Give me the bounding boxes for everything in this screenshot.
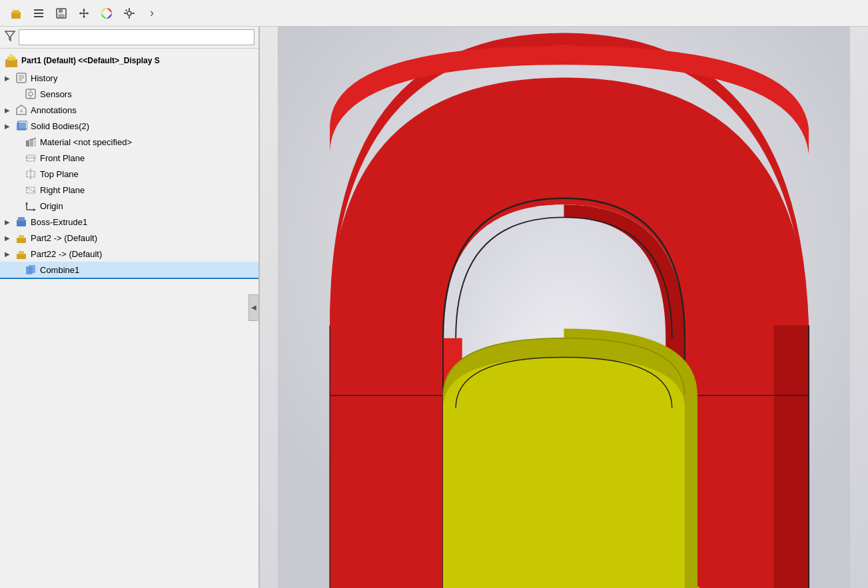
more-button[interactable]: › (141, 3, 163, 23)
svg-rect-37 (26, 141, 29, 147)
sensors-icon (25, 88, 37, 100)
boss-extrude-icon (15, 216, 27, 228)
tree-item-part2[interactable]: ▶ Part2 -> (Default) (0, 230, 258, 246)
front-plane-label: Front Plane (40, 153, 85, 163)
material-icon (25, 136, 37, 148)
move-icon (78, 7, 90, 19)
part-icon-button[interactable] (5, 3, 27, 23)
svg-rect-17 (129, 16, 130, 19)
tree-item-solid-bodies[interactable]: ▶ Solid Bodies(2) (0, 118, 258, 134)
tree-item-origin[interactable]: ▶ Origin (0, 198, 258, 214)
tree-item-material[interactable]: ▶ Material <not specified> (0, 134, 258, 150)
svg-rect-38 (30, 139, 33, 147)
svg-rect-39 (34, 138, 36, 147)
material-label: Material <not specified> (40, 137, 132, 147)
save-icon (55, 7, 67, 19)
svg-rect-18 (124, 13, 127, 14)
svg-text:A: A (20, 109, 23, 113)
svg-marker-13 (87, 12, 89, 15)
left-panel: Part1 (Default) <<Default>_Display S ▶ H… (0, 27, 260, 588)
svg-rect-56 (19, 251, 24, 254)
svg-marker-50 (33, 208, 36, 211)
list-icon (33, 7, 45, 19)
part-icon (9, 7, 23, 20)
solid-bodies-icon (15, 120, 27, 132)
right-plane-icon (25, 184, 37, 196)
part2-icon (15, 232, 27, 244)
filter-bar (0, 27, 258, 49)
3d-viewport[interactable] (260, 27, 868, 588)
color-icon (100, 7, 113, 20)
tree-root[interactable]: Part1 (Default) <<Default>_Display S (0, 51, 258, 70)
origin-label: Origin (40, 201, 63, 211)
panel-collapse-button[interactable]: ◀ (248, 294, 259, 321)
top-plane-icon (25, 168, 37, 180)
origin-icon (25, 200, 37, 212)
svg-rect-6 (59, 9, 63, 13)
svg-rect-16 (129, 8, 130, 11)
tree-item-part22[interactable]: ▶ Part22 -> (Default) (0, 246, 258, 262)
svg-rect-19 (132, 13, 135, 14)
svg-rect-41 (27, 155, 35, 161)
svg-marker-21 (5, 31, 15, 41)
filter-icon (4, 30, 16, 45)
top-plane-label: Top Plane (40, 169, 79, 179)
feature-tree: Part1 (Default) <<Default>_Display S ▶ H… (0, 49, 258, 588)
svg-rect-52 (18, 217, 25, 221)
svg-rect-2 (34, 9, 43, 11)
save-button[interactable] (51, 3, 72, 23)
color-button[interactable] (96, 3, 117, 23)
svg-rect-45 (27, 187, 35, 193)
expand-part2-arrow: ▶ (3, 233, 12, 242)
move-button[interactable] (73, 3, 95, 23)
svg-marker-11 (83, 16, 85, 18)
tree-item-boss-extrude1[interactable]: ▶ Boss-Extrude1 (0, 214, 258, 230)
root-label: Part1 (Default) <<Default>_Display S (21, 56, 160, 65)
svg-rect-1 (13, 10, 19, 13)
expand-boss-arrow: ▶ (3, 217, 12, 226)
config-button[interactable] (119, 3, 140, 23)
more-icon: › (150, 6, 154, 20)
config-icon (123, 7, 136, 20)
expand-part22-arrow: ▶ (3, 249, 12, 258)
history-icon (15, 72, 27, 84)
combine1-icon (25, 264, 37, 276)
collapse-arrow-icon: ◀ (251, 304, 256, 311)
tree-item-combine1[interactable]: ▶ Combine1 (0, 262, 258, 279)
annotations-icon: A (15, 104, 27, 116)
svg-rect-3 (34, 13, 43, 14)
svg-rect-63 (774, 326, 809, 588)
combine1-label: Combine1 (40, 265, 79, 275)
list-button[interactable] (28, 3, 49, 23)
sensors-label: Sensors (40, 89, 72, 99)
expand-solid-bodies-arrow: ▶ (3, 121, 12, 131)
solid-bodies-label: Solid Bodies(2) (31, 121, 89, 131)
svg-marker-49 (25, 202, 28, 204)
filter-input[interactable] (19, 29, 254, 45)
3d-model-svg (260, 27, 868, 588)
boss-extrude1-label: Boss-Extrude1 (31, 217, 87, 227)
svg-rect-55 (17, 254, 26, 259)
svg-marker-12 (79, 12, 81, 15)
svg-point-15 (127, 11, 131, 15)
main-layout: Part1 (Default) <<Default>_Display S ▶ H… (0, 27, 868, 588)
part22-label: Part22 -> (Default) (31, 249, 102, 259)
tree-item-front-plane[interactable]: ▶ Front Plane (0, 150, 258, 166)
svg-rect-4 (34, 16, 43, 17)
expand-history-arrow: ▶ (3, 73, 12, 83)
history-label: History (31, 73, 57, 83)
svg-rect-54 (19, 235, 24, 238)
svg-rect-58 (29, 265, 35, 273)
annotations-label: Annotations (31, 105, 77, 115)
tree-item-sensors[interactable]: ▶ Sensors (0, 86, 258, 102)
tree-item-top-plane[interactable]: ▶ Top Plane (0, 166, 258, 182)
svg-rect-7 (58, 14, 65, 17)
svg-rect-20 (125, 9, 128, 11)
svg-marker-10 (83, 9, 85, 11)
expand-annotations-arrow: ▶ (3, 105, 12, 115)
part22-icon (15, 248, 27, 260)
tree-item-annotations[interactable]: ▶ A Annotations (0, 102, 258, 118)
part2-label: Part2 -> (Default) (31, 233, 97, 243)
tree-item-history[interactable]: ▶ History (0, 70, 258, 86)
tree-item-right-plane[interactable]: ▶ Right Plane (0, 182, 258, 198)
